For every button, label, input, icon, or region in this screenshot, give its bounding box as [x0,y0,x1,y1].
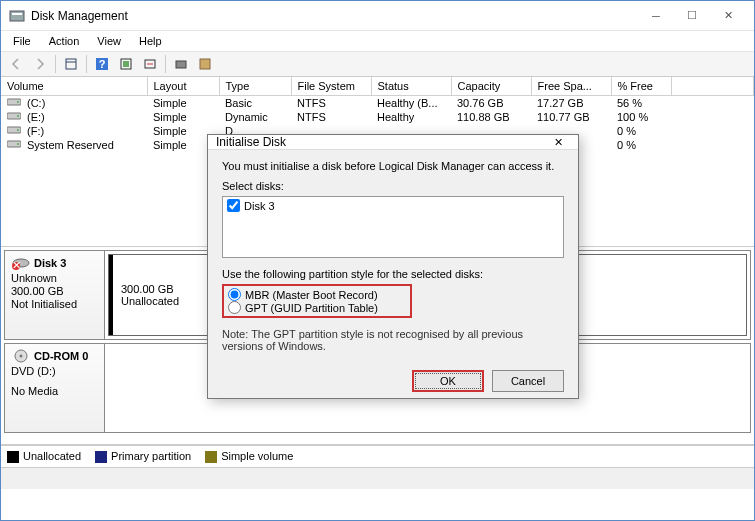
col-layout[interactable]: Layout [147,77,219,95]
ok-button[interactable]: OK [412,370,484,392]
titlebar: Disk Management ─ ☐ ✕ [1,1,754,31]
col-capacity[interactable]: Capacity [451,77,531,95]
cell-type: Dynamic [219,110,291,124]
svg-point-23 [20,355,23,358]
minimize-button[interactable]: ─ [638,5,674,27]
table-row[interactable]: (E:) Simple Dynamic NTFS Healthy 110.88 … [1,110,754,124]
gpt-label: GPT (GUID Partition Table) [245,302,378,314]
svg-rect-10 [200,59,210,69]
table-row[interactable]: (C:) Simple Basic NTFS Healthy (B... 30.… [1,95,754,110]
cell-status: Healthy [371,110,451,124]
col-volume[interactable]: Volume [1,77,147,95]
legend-primary: Primary partition [111,450,191,462]
menu-view[interactable]: View [89,33,129,49]
disk3-status: Unknown [11,272,98,284]
cell-pct: 0 % [611,138,671,152]
cell-pct: 100 % [611,110,671,124]
svg-point-16 [17,129,19,131]
svg-text:✕: ✕ [12,259,21,271]
cell-volume: (C:) [21,95,147,110]
disk3-checkbox[interactable] [227,199,240,212]
disk3-init: Not Initialised [11,298,98,310]
gpt-option[interactable]: GPT (GUID Partition Table) [228,301,406,314]
svg-point-14 [17,115,19,117]
legend-unalloc: Unallocated [23,450,81,462]
legend-simple: Simple volume [221,450,293,462]
cell-layout: Simple [147,95,219,110]
menubar: File Action View Help [1,31,754,51]
legend: Unallocated Primary partition Simple vol… [1,445,754,467]
maximize-button[interactable]: ☐ [674,5,710,27]
menu-file[interactable]: File [5,33,39,49]
gpt-radio[interactable] [228,301,241,314]
col-fs[interactable]: File System [291,77,371,95]
cancel-button[interactable]: Cancel [492,370,564,392]
disk-list-item[interactable]: Disk 3 [227,199,559,212]
menu-action[interactable]: Action [41,33,88,49]
gpt-note: Note: The GPT partition style is not rec… [222,328,564,352]
forward-button [29,54,51,74]
disk-list[interactable]: Disk 3 [222,196,564,258]
refresh-button[interactable] [115,54,137,74]
cdrom-icon [11,348,31,364]
dialog-close-button[interactable]: ✕ [546,136,570,149]
svg-text:?: ? [99,58,106,70]
svg-rect-0 [10,11,24,21]
svg-point-12 [17,101,19,103]
svg-rect-7 [123,61,129,67]
svg-rect-9 [176,61,186,68]
cell-volume: (E:) [21,110,147,124]
cdrom-type: DVD (D:) [11,365,98,377]
cell-free: 110.77 GB [531,110,611,124]
cell-capacity: 30.76 GB [451,95,531,110]
cell-fs: NTFS [291,110,371,124]
table-header-row: Volume Layout Type File System Status Ca… [1,77,754,95]
mbr-label: MBR (Master Boot Record) [245,289,378,301]
show-hide-button[interactable] [60,54,82,74]
mbr-radio[interactable] [228,288,241,301]
back-button [5,54,27,74]
dialog-title: Initialise Disk [216,135,546,149]
svg-rect-2 [66,59,76,69]
cell-pct: 0 % [611,124,671,138]
partition-style-label: Use the following partition style for th… [222,268,564,280]
col-status[interactable]: Status [371,77,451,95]
properties-button[interactable] [194,54,216,74]
col-pctfree[interactable]: % Free [611,77,671,95]
drive-icon [7,139,21,149]
settings-button[interactable] [170,54,192,74]
dialog-message: You must initialise a disk before Logica… [222,160,564,172]
cell-volume: System Reserved [21,138,147,152]
cell-fs: NTFS [291,95,371,110]
close-button[interactable]: ✕ [710,5,746,27]
disk-error-icon: ✕ [11,255,31,271]
legend-unalloc-swatch [7,451,19,463]
window-title: Disk Management [31,9,638,23]
cell-volume: (F:) [21,124,147,138]
cell-free: 17.27 GB [531,95,611,110]
legend-primary-swatch [95,451,107,463]
cell-type: Basic [219,95,291,110]
mbr-option[interactable]: MBR (Master Boot Record) [228,288,406,301]
status-bar [1,467,754,489]
cell-status: Healthy (B... [371,95,451,110]
svg-point-18 [17,143,19,145]
svg-rect-1 [12,13,22,15]
toolbar: ? [1,51,754,77]
col-freespace[interactable]: Free Spa... [531,77,611,95]
drive-icon [7,97,21,107]
initialise-disk-dialog: Initialise Disk ✕ You must initialise a … [207,134,579,399]
cdrom-name: CD-ROM 0 [34,350,88,362]
menu-help[interactable]: Help [131,33,170,49]
col-type[interactable]: Type [219,77,291,95]
disk3-label: Disk 3 [244,200,275,212]
disk3-name: Disk 3 [34,257,66,269]
app-icon [9,8,25,24]
partition-style-group: MBR (Master Boot Record) GPT (GUID Parti… [222,284,412,318]
drive-icon [7,111,21,121]
cell-capacity: 110.88 GB [451,110,531,124]
drive-icon [7,125,21,135]
help-button[interactable]: ? [91,54,113,74]
rescan-button[interactable] [139,54,161,74]
cell-layout: Simple [147,110,219,124]
